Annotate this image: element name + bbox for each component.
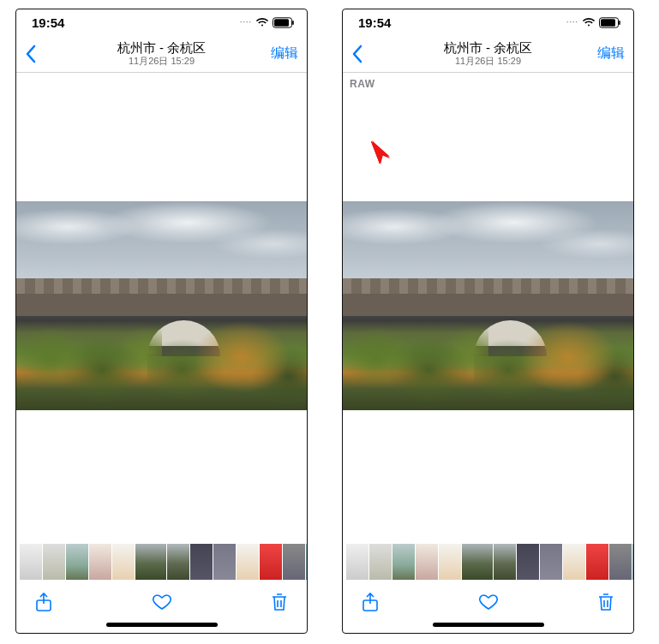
favorite-button[interactable]	[478, 592, 499, 612]
battery-icon	[273, 17, 295, 28]
raw-badge: RAW	[350, 78, 375, 90]
status-time: 19:54	[32, 15, 64, 30]
status-bar: 19:54 ····	[343, 9, 633, 35]
svg-marker-8	[371, 141, 390, 164]
status-bar: 19:54 ····	[16, 9, 307, 35]
cellular-dots: ····	[566, 18, 578, 27]
edit-button[interactable]: 编辑	[264, 45, 298, 63]
svg-rect-2	[292, 21, 294, 25]
wifi-icon	[255, 17, 269, 27]
nav-subtitle: 11月26日 15:29	[59, 56, 264, 67]
bottom-toolbar	[343, 581, 633, 623]
phone-right: 19:54 ···· 杭州市 - 余杭区 11月26日 15:29 编辑 RAW	[342, 9, 634, 634]
svg-rect-5	[601, 19, 615, 27]
favorite-button[interactable]	[152, 592, 172, 612]
status-time: 19:54	[358, 15, 391, 30]
nav-subtitle: 11月26日 15:29	[386, 56, 590, 67]
nav-title-wrap: 杭州市 - 余杭区 11月26日 15:29	[386, 40, 590, 67]
photo-stage[interactable]	[16, 73, 307, 544]
svg-marker-7	[371, 141, 390, 164]
photo-stage[interactable]: RAW	[343, 73, 633, 544]
bottom-toolbar	[16, 581, 307, 623]
back-button[interactable]	[25, 45, 59, 63]
status-right: ····	[240, 17, 295, 28]
edit-button[interactable]: 编辑	[590, 45, 625, 63]
nav-header: 杭州市 - 余杭区 11月26日 15:29 编辑	[16, 35, 307, 73]
nav-header: 杭州市 - 余杭区 11月26日 15:29 编辑	[343, 35, 633, 73]
phone-left: 19:54 ···· 杭州市 - 余杭区 11月26日 15:29 编辑	[15, 9, 308, 634]
home-indicator[interactable]	[433, 623, 544, 627]
home-indicator[interactable]	[106, 623, 218, 627]
main-photo[interactable]	[16, 201, 307, 410]
cellular-dots: ····	[240, 18, 252, 27]
wifi-icon	[582, 17, 596, 27]
delete-button[interactable]	[596, 592, 616, 612]
thumbnail-scrubber[interactable]	[343, 544, 633, 581]
status-right: ····	[566, 17, 621, 28]
back-button[interactable]	[351, 45, 386, 63]
svg-marker-9	[372, 140, 389, 164]
nav-title: 杭州市 - 余杭区	[59, 40, 264, 55]
thumbnail-scrubber[interactable]	[16, 544, 307, 581]
nav-title: 杭州市 - 余杭区	[386, 40, 590, 55]
annotation-arrow-icon	[369, 140, 392, 165]
delete-button[interactable]	[269, 592, 290, 612]
main-photo[interactable]	[343, 201, 633, 410]
battery-icon	[599, 17, 621, 28]
svg-rect-1	[274, 19, 289, 27]
svg-rect-6	[619, 21, 620, 25]
nav-title-wrap: 杭州市 - 余杭区 11月26日 15:29	[59, 40, 264, 67]
share-button[interactable]	[33, 592, 54, 612]
share-button[interactable]	[360, 592, 380, 612]
